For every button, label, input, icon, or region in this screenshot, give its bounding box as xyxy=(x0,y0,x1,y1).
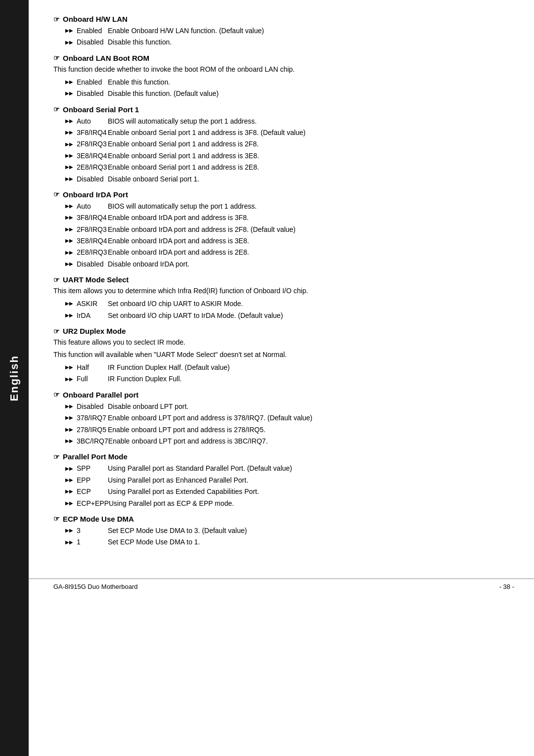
option-key: Disabled xyxy=(53,37,108,47)
option-value: Using Parallel port as ECP & EPP mode. xyxy=(109,498,514,509)
option-row: 3Set ECP Mode Use DMA to 3. (Default val… xyxy=(53,525,514,536)
option-value: IR Function Duplex Half. (Default value) xyxy=(108,362,514,373)
option-value: Enable onboard IrDA port and address is … xyxy=(108,224,514,235)
option-key: EPP xyxy=(53,475,108,486)
option-value: BIOS will automatically setup the port 1… xyxy=(108,201,514,212)
section-title-onboard-serial-port-1: Onboard Serial Port 1 xyxy=(53,105,514,114)
option-value: Set ECP Mode Use DMA to 3. (Default valu… xyxy=(108,525,514,536)
section-title-onboard-lan-boot-rom: Onboard LAN Boot ROM xyxy=(53,54,514,62)
option-value: BIOS will automatically setup the port 1… xyxy=(108,116,514,127)
footer-left: GA-8I915G Duo Motherboard xyxy=(53,583,138,590)
section-title-onboard-parallel-port: Onboard Parallel port xyxy=(53,391,514,399)
option-row: IrDASet onboard I/O chip UART to IrDA Mo… xyxy=(53,310,514,321)
option-key: Disabled xyxy=(53,174,108,184)
footer: GA-8I915G Duo Motherboard - 38 - xyxy=(29,578,534,594)
option-value: Enable onboard IrDA port and address is … xyxy=(108,247,514,258)
option-value: Set onboard I/O chip UART to ASKIR Mode. xyxy=(108,298,514,309)
main-content: Onboard H/W LANEnabledEnable Onboard H/W… xyxy=(29,0,534,569)
option-row: 3F8/IRQ4Enable onboard Serial port 1 and… xyxy=(53,127,514,138)
option-key: Half xyxy=(53,362,108,373)
option-row: EnabledEnable this function. xyxy=(53,77,514,88)
option-row: ASKIRSet onboard I/O chip UART to ASKIR … xyxy=(53,298,514,309)
section-parallel-port-mode: Parallel Port ModeSPPUsing Parallel port… xyxy=(53,452,514,509)
option-row: 2E8/IRQ3Enable onboard IrDA port and add… xyxy=(53,247,514,258)
option-key: 3E8/IRQ4 xyxy=(53,235,108,246)
option-value: Disable onboard Serial port 1. xyxy=(108,174,514,184)
section-desc-onboard-lan-boot-rom: This function decide whether to invoke t… xyxy=(53,64,514,75)
option-value: Enable onboard LPT port and address is 3… xyxy=(108,412,514,423)
sidebar-label: English xyxy=(8,355,21,401)
section-onboard-hw-lan: Onboard H/W LANEnabledEnable Onboard H/W… xyxy=(53,15,514,48)
option-value: Enable onboard Serial port 1 and address… xyxy=(108,127,514,138)
section-onboard-serial-port-1: Onboard Serial Port 1AutoBIOS will autom… xyxy=(53,105,514,184)
option-value: Enable onboard IrDA port and address is … xyxy=(108,212,514,223)
option-row: 278/IRQ5Enable onboard LPT port and addr… xyxy=(53,424,514,435)
option-row: 3F8/IRQ4Enable onboard IrDA port and add… xyxy=(53,212,514,223)
option-value: Enable onboard Serial port 1 and address… xyxy=(108,150,514,161)
section-title-ur2-duplex-mode: UR2 Duplex Mode xyxy=(53,327,514,335)
option-row: HalfIR Function Duplex Half. (Default va… xyxy=(53,362,514,373)
section-desc-ur2-duplex-mode: This function will available when "UART … xyxy=(53,350,514,360)
section-desc-ur2-duplex-mode: This feature allows you to seclect IR mo… xyxy=(53,337,514,348)
option-value: Disable onboard IrDA port. xyxy=(108,259,514,269)
option-key: 2F8/IRQ3 xyxy=(53,224,108,235)
option-value: Disable this function. (Default value) xyxy=(108,88,514,99)
option-value: Set onboard I/O chip UART to IrDA Mode. … xyxy=(108,310,514,321)
option-value: Enable onboard Serial port 1 and address… xyxy=(108,138,514,149)
option-value: Enable this function. xyxy=(108,77,514,88)
option-value: Set ECP Mode Use DMA to 1. xyxy=(108,536,514,547)
option-key: 378/IRQ7 xyxy=(53,412,108,423)
option-key: 3E8/IRQ4 xyxy=(53,150,108,161)
option-row: DisabledDisable onboard LPT port. xyxy=(53,401,514,412)
option-key: Full xyxy=(53,373,108,384)
section-title-onboard-irda-port: Onboard IrDA Port xyxy=(53,190,514,199)
option-key: Disabled xyxy=(53,88,108,99)
option-key: 1 xyxy=(53,536,108,547)
option-row: 3E8/IRQ4Enable onboard IrDA port and add… xyxy=(53,235,514,246)
option-row: 1Set ECP Mode Use DMA to 1. xyxy=(53,536,514,547)
option-key: 2E8/IRQ3 xyxy=(53,247,108,258)
option-key: Enabled xyxy=(53,77,108,88)
option-value: Enable onboard LPT port and address is 3… xyxy=(108,436,514,446)
option-row: 2F8/IRQ3Enable onboard IrDA port and add… xyxy=(53,224,514,235)
section-onboard-lan-boot-rom: Onboard LAN Boot ROMThis function decide… xyxy=(53,54,514,99)
option-key: 3 xyxy=(53,525,108,536)
section-ecp-mode-use-dma: ECP Mode Use DMA3Set ECP Mode Use DMA to… xyxy=(53,515,514,548)
footer-right: - 38 - xyxy=(499,583,514,590)
option-row: 3E8/IRQ4Enable onboard Serial port 1 and… xyxy=(53,150,514,161)
option-row: DisabledDisable onboard Serial port 1. xyxy=(53,174,514,184)
option-row: 2F8/IRQ3Enable onboard Serial port 1 and… xyxy=(53,138,514,149)
option-value: Disable this function. xyxy=(108,37,514,47)
option-value: Enable Onboard H/W LAN function. (Defaul… xyxy=(108,25,514,36)
option-row: AutoBIOS will automatically setup the po… xyxy=(53,201,514,212)
option-value: Enable onboard IrDA port and address is … xyxy=(108,235,514,246)
section-onboard-parallel-port: Onboard Parallel portDisabledDisable onb… xyxy=(53,391,514,447)
option-value: Enable onboard LPT port and address is 2… xyxy=(108,424,514,435)
option-row: 3BC/IRQ7Enable onboard LPT port and addr… xyxy=(53,436,514,446)
option-row: 378/IRQ7Enable onboard LPT port and addr… xyxy=(53,412,514,423)
option-key: 3BC/IRQ7 xyxy=(53,436,108,446)
option-key: 3F8/IRQ4 xyxy=(53,212,108,223)
section-title-ecp-mode-use-dma: ECP Mode Use DMA xyxy=(53,515,514,523)
option-key: Enabled xyxy=(53,25,108,36)
option-key: ECP+EPP xyxy=(53,498,109,509)
option-key: ASKIR xyxy=(53,298,108,309)
option-value: Using Parallel port as Standard Parallel… xyxy=(108,463,514,474)
option-key: Auto xyxy=(53,116,108,127)
option-key: IrDA xyxy=(53,310,108,321)
section-uart-mode-select: UART Mode SelectThis item allows you to … xyxy=(53,275,514,321)
option-row: EPPUsing Parallel port as Enhanced Paral… xyxy=(53,475,514,486)
option-value: Using Parallel port as Enhanced Parallel… xyxy=(108,475,514,486)
option-row: DisabledDisable this function. xyxy=(53,37,514,47)
option-key: 3F8/IRQ4 xyxy=(53,127,108,138)
option-key: ECP xyxy=(53,486,108,497)
option-key: 278/IRQ5 xyxy=(53,424,108,435)
option-value: Enable onboard Serial port 1 and address… xyxy=(108,162,514,173)
option-row: ECPUsing Parallel port as Extended Capab… xyxy=(53,486,514,497)
section-title-uart-mode-select: UART Mode Select xyxy=(53,275,514,284)
option-value: Using Parallel port as Extended Capabili… xyxy=(108,486,514,497)
section-desc-uart-mode-select: This item allows you to determine which … xyxy=(53,286,514,296)
section-title-onboard-hw-lan: Onboard H/W LAN xyxy=(53,15,514,23)
section-title-parallel-port-mode: Parallel Port Mode xyxy=(53,452,514,461)
option-key: Auto xyxy=(53,201,108,212)
